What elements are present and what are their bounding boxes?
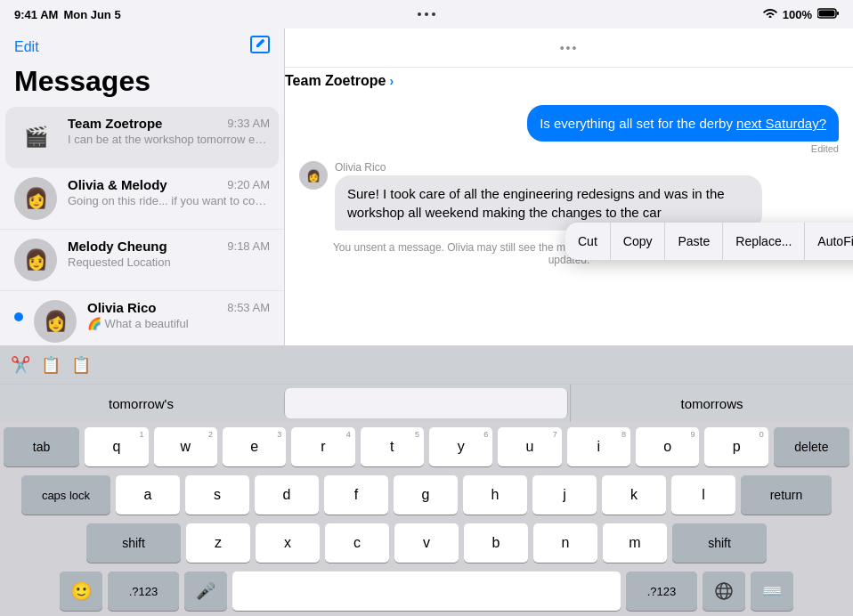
key-f[interactable]: f (324, 475, 388, 515)
context-menu-replace[interactable]: Replace... (723, 223, 805, 260)
key-d[interactable]: d (255, 475, 319, 515)
key-p[interactable]: p0 (704, 427, 768, 466)
key-q[interactable]: q1 (85, 427, 148, 466)
chat-header-dots: ••• (560, 41, 579, 55)
chat-title[interactable]: Team Zoetrope › (285, 73, 853, 89)
avatar-team-zoetrope: 🎬 (14, 116, 57, 158)
key-o[interactable]: o9 (636, 427, 699, 466)
key-a[interactable]: a (116, 475, 180, 515)
chat-header-chevron: › (390, 74, 394, 88)
chat-header: ••• (285, 28, 853, 68)
conv-content-melody-cheung: Melody Cheung 9:18 AM Requested Location (68, 239, 270, 269)
autocomplete-tomorrows2[interactable]: tomorrows (570, 385, 853, 422)
svg-point-3 (716, 583, 732, 599)
key-s[interactable]: s (185, 475, 249, 515)
keyboard: ✂️ 📋 📋 tomorrow's tomorrows tab q1 w2 e3… (0, 345, 853, 616)
status-dot-3 (432, 12, 435, 16)
key-v[interactable]: v (394, 523, 459, 563)
key-m[interactable]: m (603, 523, 667, 563)
key-h[interactable]: h (463, 475, 527, 515)
key-emoji[interactable]: 🙂 (60, 571, 102, 611)
conversation-item-team-zoetrope[interactable]: 🎬 Team Zoetrope 9:33 AM I can be at the … (5, 107, 279, 168)
key-123-left[interactable]: .?123 (108, 571, 179, 611)
key-j[interactable]: j (532, 475, 597, 515)
autocomplete-middle[interactable] (284, 388, 568, 418)
key-r[interactable]: r4 (291, 427, 354, 466)
conv-content-olivia-rico: Olivia Rico 8:53 AM 🌈 What a beautiful (87, 300, 270, 330)
toolbar-paste-icon[interactable]: 📋 (71, 355, 91, 375)
key-caps-lock[interactable]: caps lock (21, 475, 110, 515)
key-g[interactable]: g (394, 475, 458, 515)
key-x[interactable]: x (256, 523, 320, 563)
autocomplete-tomorrows[interactable]: tomorrow's (0, 385, 282, 422)
conversation-item-olivia-rico[interactable]: 👩 Olivia Rico 8:53 AM 🌈 What a beautiful (0, 291, 284, 353)
keyboard-row-2: caps lock a s d f g h j k l return (4, 475, 849, 515)
context-menu-copy[interactable]: Copy (611, 223, 666, 260)
unread-dot-olivia-rico (14, 312, 23, 321)
key-shift-right[interactable]: shift (672, 523, 767, 563)
key-shift-left[interactable]: shift (86, 523, 181, 563)
keyboard-row-3: shift z x c v b n m shift (4, 523, 849, 563)
key-keyboard[interactable]: ⌨️ (751, 571, 793, 611)
avatar-olivia-melody: 👩 (14, 177, 57, 220)
sidebar-title: Messages (0, 61, 284, 107)
conv-preview-team-zoetrope: I can be at the workshop tomorrow evenin… (68, 133, 270, 146)
key-k[interactable]: k (602, 475, 666, 515)
bubble-out-text: Is everything all set for the derby (540, 116, 736, 131)
context-menu-paste[interactable]: Paste (665, 223, 723, 260)
status-dot-1 (418, 12, 421, 16)
battery-icon (817, 8, 839, 21)
conv-name-melody-cheung: Melody Cheung (68, 239, 167, 254)
key-delete[interactable]: delete (774, 427, 849, 466)
conversation-item-olivia-melody[interactable]: 👩 Olivia & Melody 9:20 AM Going on this … (0, 168, 284, 230)
status-date: Mon Jun 5 (63, 8, 120, 21)
key-i[interactable]: i8 (567, 427, 630, 466)
key-mic[interactable]: 🎤 (184, 571, 227, 611)
toolbar-copy-icon[interactable]: 📋 (41, 355, 61, 375)
keyboard-toolbar: ✂️ 📋 📋 (0, 345, 853, 385)
key-y[interactable]: y6 (429, 427, 492, 466)
autocomplete-bar: tomorrow's tomorrows (0, 385, 853, 422)
conv-name-olivia-melody: Olivia & Melody (68, 177, 167, 192)
key-n[interactable]: n (533, 523, 597, 563)
key-z[interactable]: z (186, 523, 250, 563)
key-u[interactable]: u7 (498, 427, 561, 466)
context-menu-cut[interactable]: Cut (565, 223, 611, 260)
avatar-melody-cheung: 👩 (14, 239, 57, 281)
toolbar-scissors-icon[interactable]: ✂️ (11, 355, 30, 375)
key-c[interactable]: c (325, 523, 389, 563)
key-123-right[interactable]: .?123 (626, 571, 697, 611)
conv-time-melody-cheung: 9:18 AM (227, 239, 270, 253)
conv-time-olivia-melody: 9:20 AM (227, 178, 270, 191)
key-space[interactable] (232, 571, 621, 611)
bubble-in-sender: Olivia Rico (335, 161, 762, 174)
conv-time-olivia-rico: 8:53 AM (227, 301, 270, 314)
conv-preview-melody-cheung: Requested Location (68, 255, 270, 269)
battery-status: 100% (783, 8, 812, 21)
status-bar: 9:41 AM Mon Jun 5 100% (0, 0, 853, 28)
avatar-olivia-rico-chat: 👩 (299, 161, 328, 190)
key-return[interactable]: return (741, 475, 832, 515)
conversation-item-melody-cheung[interactable]: 👩 Melody Cheung 9:18 AM Requested Locati… (0, 230, 284, 291)
keyboard-row-4: 🙂 .?123 🎤 .?123 ⌨️ (4, 571, 849, 611)
key-b[interactable]: b (464, 523, 528, 563)
keyboard-row-1: tab q1 w2 e3 r4 t5 y6 u7 i8 o9 p0 delete (4, 427, 849, 466)
avatar-olivia-rico: 👩 (34, 300, 77, 343)
key-l[interactable]: l (671, 475, 735, 515)
bubble-incoming-wrapper: 👩 Olivia Rico Sure! I took care of all t… (299, 161, 839, 231)
svg-rect-1 (837, 12, 839, 15)
context-menu: Cut Copy Paste Replace... AutoFill Look … (565, 223, 853, 260)
status-time: 9:41 AM (14, 8, 58, 21)
key-tab[interactable]: tab (4, 427, 79, 466)
keyboard-rows: tab q1 w2 e3 r4 t5 y6 u7 i8 o9 p0 delete… (0, 422, 853, 616)
key-globe[interactable] (703, 571, 745, 611)
key-t[interactable]: t5 (361, 427, 424, 466)
edit-button[interactable]: Edit (14, 39, 39, 55)
svg-rect-2 (819, 10, 835, 16)
compose-button[interactable] (250, 36, 270, 58)
key-w[interactable]: w2 (154, 427, 217, 466)
key-e[interactable]: e3 (223, 427, 286, 466)
context-menu-autofill[interactable]: AutoFill (805, 223, 853, 260)
conv-preview-olivia-melody: Going on this ride... if you want to com… (68, 194, 270, 207)
status-dot-2 (425, 12, 428, 16)
